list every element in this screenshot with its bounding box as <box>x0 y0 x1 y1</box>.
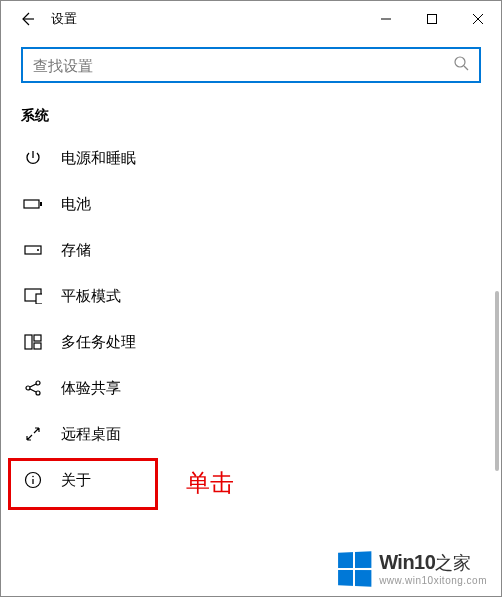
svg-rect-0 <box>428 15 437 24</box>
maximize-button[interactable] <box>409 1 455 37</box>
svg-rect-8 <box>25 335 32 349</box>
windows-logo-icon <box>338 551 371 587</box>
multitask-icon <box>23 332 43 352</box>
info-icon <box>23 470 43 490</box>
svg-point-11 <box>26 386 30 390</box>
search-box[interactable] <box>21 47 481 83</box>
svg-point-5 <box>37 249 39 251</box>
svg-rect-3 <box>40 202 42 206</box>
nav-item-label: 存储 <box>61 241 91 260</box>
nav-item-label: 电池 <box>61 195 91 214</box>
power-icon <box>23 148 43 168</box>
back-arrow-icon <box>19 11 35 27</box>
nav-item-label: 平板模式 <box>61 287 121 306</box>
nav-item-battery[interactable]: 电池 <box>1 181 501 227</box>
brand-name: Win10之家 <box>379 551 470 575</box>
search-input[interactable] <box>33 57 453 74</box>
nav-item-storage[interactable]: 存储 <box>1 227 501 273</box>
titlebar: 设置 <box>1 1 501 37</box>
search-icon <box>453 55 469 75</box>
nav-item-label: 远程桌面 <box>61 425 121 444</box>
battery-icon <box>23 194 43 214</box>
branding-logo: Win10之家 www.win10xitong.com <box>337 551 487 586</box>
back-button[interactable] <box>9 1 45 37</box>
nav-item-label: 多任务处理 <box>61 333 136 352</box>
minimize-button[interactable] <box>363 1 409 37</box>
share-icon <box>23 378 43 398</box>
maximize-icon <box>426 13 438 25</box>
nav-item-power[interactable]: 电源和睡眠 <box>1 135 501 181</box>
nav-item-label: 电源和睡眠 <box>61 149 136 168</box>
svg-rect-9 <box>34 335 41 341</box>
storage-icon <box>23 240 43 260</box>
minimize-icon <box>380 13 392 25</box>
nav-item-share[interactable]: 体验共享 <box>1 365 501 411</box>
svg-rect-2 <box>24 200 39 208</box>
svg-rect-7 <box>36 294 42 304</box>
nav-item-label: 关于 <box>61 471 91 490</box>
svg-rect-10 <box>34 343 41 349</box>
nav-list: 电源和睡眠 电池 存储 平板模式 多任务处理 体验共享 远程桌面 <box>1 135 501 503</box>
close-button[interactable] <box>455 1 501 37</box>
svg-point-13 <box>36 391 40 395</box>
search-container <box>1 37 501 89</box>
brand-url: www.win10xitong.com <box>379 575 487 586</box>
svg-point-15 <box>32 476 34 478</box>
nav-item-tablet[interactable]: 平板模式 <box>1 273 501 319</box>
nav-item-multitask[interactable]: 多任务处理 <box>1 319 501 365</box>
scrollbar[interactable] <box>495 291 499 471</box>
nav-item-about[interactable]: 关于 <box>1 457 501 503</box>
svg-point-12 <box>36 381 40 385</box>
tablet-icon <box>23 286 43 306</box>
remote-icon <box>23 424 43 444</box>
svg-point-1 <box>455 57 465 67</box>
nav-item-remote[interactable]: 远程桌面 <box>1 411 501 457</box>
close-icon <box>472 13 484 25</box>
window-controls <box>363 1 501 37</box>
nav-item-label: 体验共享 <box>61 379 121 398</box>
window-title: 设置 <box>51 10 77 28</box>
section-heading: 系统 <box>1 89 501 135</box>
annotation-text: 单击 <box>186 467 234 499</box>
